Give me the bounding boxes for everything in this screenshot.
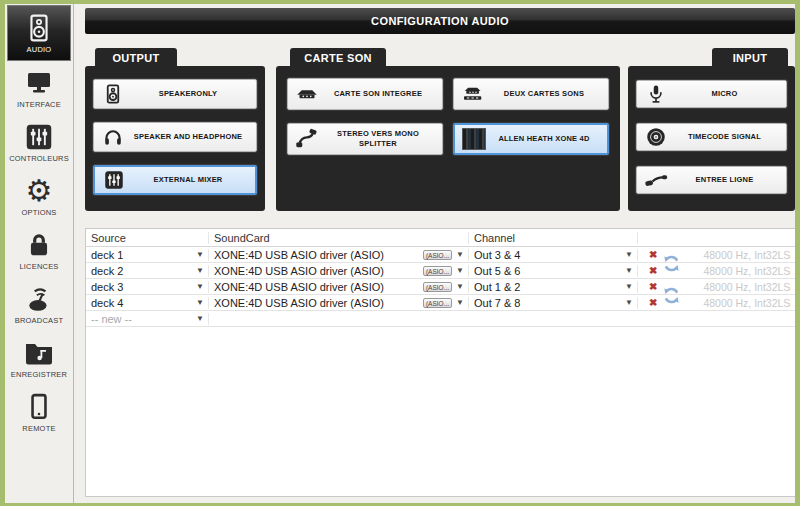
table-row: deck 2▼ XONE:4D USB ASIO driver (ASIO)(A… xyxy=(86,263,795,279)
header-source: Source xyxy=(86,232,209,244)
channel-value: Out 7 & 8 xyxy=(474,297,520,309)
delete-row-icon[interactable]: ✖ xyxy=(643,297,659,308)
table-row: deck 1▼ XONE:4D USB ASIO driver (ASIO)(A… xyxy=(86,247,795,263)
channel-value: Out 3 & 4 xyxy=(474,249,520,261)
sidebar-item-enregistrer[interactable]: ENREGISTRER xyxy=(5,331,73,385)
two-soundcards-icon xyxy=(461,82,485,106)
monitor-icon xyxy=(23,67,55,99)
soundcard-dropdown[interactable]: XONE:4D USB ASIO driver (ASIO)(ASIO...▼ xyxy=(209,281,469,293)
input-panel: MICRO TIMECODE SIGNAL ENTREE LIGNE xyxy=(628,66,795,211)
sidebar-item-licences[interactable]: LICENCES xyxy=(5,223,73,277)
new-row-label: -- new -- xyxy=(91,313,132,325)
titlebar: CONFIGURATION AUDIO xyxy=(85,8,795,34)
delete-row-icon[interactable]: ✖ xyxy=(643,249,659,260)
soundcard-value: XONE:4D USB ASIO driver (ASIO) xyxy=(214,281,384,293)
asio-config-badge[interactable]: (ASIO... xyxy=(423,266,452,276)
tab-output: OUTPUT xyxy=(95,48,177,68)
entree-ligne-button[interactable]: ENTREE LIGNE xyxy=(636,166,787,194)
chevron-down-icon: ▼ xyxy=(192,314,204,323)
chevron-down-icon: ▼ xyxy=(452,250,464,259)
carte-son-integree-button[interactable]: CARTE SON INTEGREE xyxy=(287,78,443,110)
deux-cartes-sons-button[interactable]: DEUX CARTES SONS xyxy=(453,78,609,110)
tab-input-label: INPUT xyxy=(733,52,768,64)
table-new-row: -- new --▼ xyxy=(86,311,795,327)
vinyl-icon xyxy=(644,125,668,149)
headphones-icon xyxy=(101,125,125,149)
channel-dropdown[interactable]: Out 7 & 8▼ xyxy=(469,297,638,309)
source-value: deck 3 xyxy=(91,281,123,293)
channel-dropdown[interactable]: Out 5 & 6▼ xyxy=(469,265,638,277)
sidebar-item-broadcast[interactable]: BROADCAST xyxy=(5,277,73,331)
source-dropdown[interactable]: deck 4▼ xyxy=(86,297,209,309)
chevron-down-icon: ▼ xyxy=(621,266,633,275)
microphone-icon xyxy=(644,82,668,106)
new-source-dropdown[interactable]: -- new --▼ xyxy=(86,313,209,325)
stereo-vers-mono-splitter-button[interactable]: STEREO VERS MONO SPLITTER xyxy=(287,123,443,155)
allen-heath-xone-4d-button[interactable]: ALLEN HEATH XONE 4D xyxy=(453,123,609,155)
delete-row-icon[interactable]: ✖ xyxy=(643,281,659,292)
soundcard-value: XONE:4D USB ASIO driver (ASIO) xyxy=(214,297,384,309)
speaker-icon xyxy=(23,12,55,44)
source-dropdown[interactable]: deck 2▼ xyxy=(86,265,209,277)
line-plug-icon xyxy=(644,168,668,192)
sidebar-item-label: CONTROLEURS xyxy=(9,154,69,163)
splitter-cable-icon xyxy=(295,127,319,151)
soundcard-dropdown[interactable]: XONE:4D USB ASIO driver (ASIO)(ASIO...▼ xyxy=(209,265,469,277)
sidebar-item-label: INTERFACE xyxy=(17,100,61,109)
sync-channels-icon[interactable] xyxy=(662,254,681,273)
chevron-down-icon: ▼ xyxy=(621,250,633,259)
sidebar-item-audio[interactable]: AUDIO xyxy=(7,5,71,61)
tab-input: INPUT xyxy=(712,48,788,68)
source-dropdown[interactable]: deck 3▼ xyxy=(86,281,209,293)
audio-routing-table: Source SoundCard Channel deck 1▼ XONE:4D… xyxy=(85,228,795,497)
sidebar-item-label: BROADCAST xyxy=(15,316,63,325)
lock-icon xyxy=(23,229,55,261)
source-value: deck 2 xyxy=(91,265,123,277)
channel-dropdown[interactable]: Out 3 & 4▼ xyxy=(469,249,638,261)
sidebar-item-interface[interactable]: INTERFACE xyxy=(5,61,73,115)
chevron-down-icon: ▼ xyxy=(192,266,204,275)
tab-output-label: OUTPUT xyxy=(112,52,159,64)
table-row: deck 3▼ XONE:4D USB ASIO driver (ASIO)(A… xyxy=(86,279,795,295)
chevron-down-icon: ▼ xyxy=(192,298,204,307)
asio-config-badge[interactable]: (ASIO... xyxy=(423,298,452,308)
sidebar-item-label: LICENCES xyxy=(19,262,58,271)
tab-carte-son-label: CARTE SON xyxy=(304,52,371,64)
asio-config-badge[interactable]: (ASIO... xyxy=(423,250,452,260)
external-mixer-button[interactable]: EXTERNAL MIXER xyxy=(93,165,257,195)
timecode-signal-button[interactable]: TIMECODE SIGNAL xyxy=(636,123,787,151)
sync-channels-icon[interactable] xyxy=(662,286,681,305)
sidebar-item-label: OPTIONS xyxy=(21,208,56,217)
sidebar-item-controleurs[interactable]: CONTROLEURS xyxy=(5,115,73,169)
channel-value: Out 1 & 2 xyxy=(474,281,520,293)
sidebar-item-label: AUDIO xyxy=(27,45,52,54)
channel-dropdown[interactable]: Out 1 & 2▼ xyxy=(469,281,638,293)
tab-carte-son: CARTE SON xyxy=(290,48,386,68)
soundcard-dropdown[interactable]: XONE:4D USB ASIO driver (ASIO)(ASIO...▼ xyxy=(209,249,469,261)
source-dropdown[interactable]: deck 1▼ xyxy=(86,249,209,261)
chevron-down-icon: ▼ xyxy=(452,282,464,291)
delete-row-icon[interactable]: ✖ xyxy=(643,265,659,276)
soundcard-icon xyxy=(295,82,319,106)
speaker-and-headphone-button[interactable]: SPEAKER AND HEADPHONE xyxy=(93,122,257,152)
chevron-down-icon: ▼ xyxy=(192,250,204,259)
table-header-row: Source SoundCard Channel xyxy=(86,229,795,247)
chevron-down-icon: ▼ xyxy=(192,282,204,291)
micro-button[interactable]: MICRO xyxy=(636,80,787,108)
header-channel: Channel xyxy=(469,232,638,244)
speaker-icon xyxy=(101,82,125,106)
soundcard-dropdown[interactable]: XONE:4D USB ASIO driver (ASIO)(ASIO...▼ xyxy=(209,297,469,309)
sidebar-item-label: ENREGISTRER xyxy=(11,370,67,379)
speakeronly-button[interactable]: SPEAKERONLY xyxy=(93,79,257,109)
sidebar-item-remote[interactable]: REMOTE xyxy=(5,385,73,439)
chevron-down-icon: ▼ xyxy=(621,298,633,307)
sidebar-item-options[interactable]: ⚙ OPTIONS xyxy=(5,169,73,223)
sidebar-item-label: REMOTE xyxy=(22,424,55,433)
soundcard-value: XONE:4D USB ASIO driver (ASIO) xyxy=(214,265,384,277)
page-title: CONFIGURATION AUDIO xyxy=(371,15,509,27)
chevron-down-icon: ▼ xyxy=(452,298,464,307)
xone-mixer-thumbnail xyxy=(462,127,486,151)
output-panel: SPEAKERONLY SPEAKER AND HEADPHONE EXTERN… xyxy=(85,66,265,211)
asio-config-badge[interactable]: (ASIO... xyxy=(423,282,452,292)
header-soundcard: SoundCard xyxy=(209,232,469,244)
